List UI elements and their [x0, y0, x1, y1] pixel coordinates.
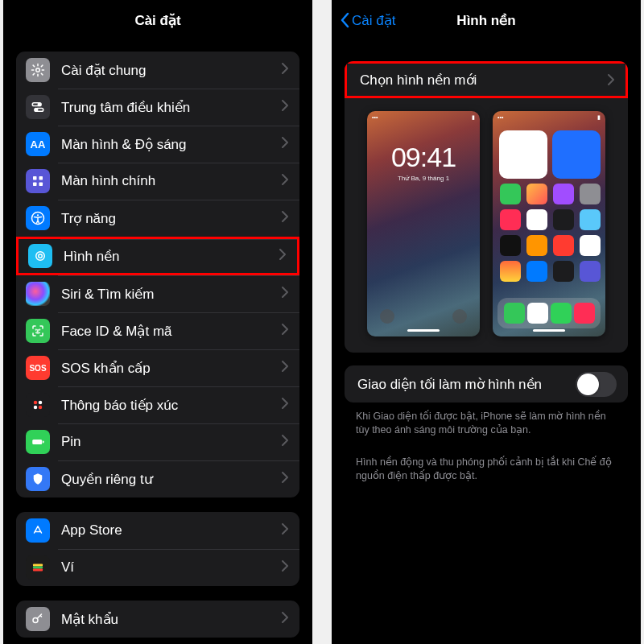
dark-dim-toggle[interactable]: [576, 372, 617, 397]
appstore-icon: [26, 518, 50, 543]
dark-dim-row[interactable]: Giao diện tối làm mờ hình nền: [345, 365, 628, 402]
settings-row-grid[interactable]: Màn hình chính: [16, 163, 299, 200]
svg-point-14: [34, 401, 38, 405]
dynamic-note: Hình nền động và thu phóng phối cảnh bị …: [345, 448, 628, 483]
wallet-icon: [26, 555, 50, 580]
nav-title: Hình nền: [456, 12, 515, 29]
chevron-right-icon: [279, 249, 286, 263]
row-label: Màn hình chính: [61, 173, 282, 189]
chevron-right-icon: [282, 398, 288, 412]
row-label: Mật khẩu: [61, 611, 282, 628]
svg-rect-7: [33, 183, 37, 187]
settings-row-exposure[interactable]: Thông báo tiếp xúc: [16, 386, 299, 423]
settings-row-faceid[interactable]: Face ID & Mật mã: [16, 312, 299, 349]
app-icon: [580, 209, 601, 230]
widget: [499, 130, 547, 179]
chevron-right-icon: [282, 287, 288, 301]
settings-row-switches[interactable]: Trung tâm điều khiển: [16, 89, 299, 126]
settings-row-wallpaper[interactable]: Hình nền: [16, 237, 299, 275]
back-label: Cài đặt: [352, 12, 395, 29]
accessibility-icon: [26, 206, 50, 230]
settings-row-gear[interactable]: Cài đặt chung: [16, 52, 299, 89]
grid-icon: [26, 169, 50, 193]
faceid-icon: [26, 319, 50, 343]
lockscreen-preview[interactable]: •••▮ 09:41 Thứ Ba, 9 tháng 1: [367, 111, 480, 336]
app-icon: [553, 209, 574, 230]
chevron-right-icon: [282, 100, 288, 114]
dock: [497, 298, 601, 328]
row-label: Hình nền: [64, 248, 279, 265]
chevron-left-icon: [340, 12, 349, 28]
svg-rect-21: [33, 567, 43, 569]
wallpaper-icon: [28, 244, 52, 268]
svg-point-15: [39, 401, 43, 405]
home-indicator: [407, 329, 440, 332]
lockscreen-time: 09:41: [367, 142, 480, 173]
dark-dim-label: Giao diện tối làm mờ hình nền: [357, 376, 576, 393]
choose-wallpaper-section: Chọn hình nền mới •••▮ 09:41 Thứ Ba, 9 t…: [345, 61, 628, 353]
switches-icon: [26, 95, 50, 119]
wallpaper-previews: •••▮ 09:41 Thứ Ba, 9 tháng 1 •••▮: [345, 98, 628, 353]
app-icon: [500, 184, 521, 204]
svg-point-10: [37, 214, 39, 216]
settings-row-privacy[interactable]: Quyền riêng tư: [16, 460, 299, 497]
dark-dim-note: Khi Giao diện tối được bật, iPhone sẽ là…: [345, 402, 628, 437]
text-size-icon: AA: [26, 132, 50, 156]
chevron-right-icon: [282, 560, 288, 575]
exposure-icon: [26, 393, 50, 417]
app-icon: [500, 235, 521, 256]
chevron-right-icon: [608, 74, 614, 85]
svg-rect-8: [39, 183, 43, 187]
row-label: Màn hình & Độ sáng: [61, 136, 282, 153]
app-icon: [500, 209, 521, 230]
siri-icon: [26, 282, 50, 306]
settings-row-sos[interactable]: SOSSOS khẩn cấp: [16, 349, 299, 386]
app-icon: [526, 209, 547, 230]
settings-section: Mật khẩu: [16, 601, 299, 638]
settings-row-text-size[interactable]: AAMàn hình & Độ sáng: [16, 126, 299, 163]
svg-point-12: [35, 329, 36, 330]
back-button[interactable]: Cài đặt: [340, 12, 395, 29]
row-label: Face ID & Mật mã: [61, 323, 282, 340]
settings-section: Cài đặt chungTrung tâm điều khiểnAAMàn h…: [16, 52, 299, 497]
app-icon: [526, 261, 547, 282]
svg-point-2: [38, 103, 41, 106]
row-label: Thông báo tiếp xúc: [61, 397, 282, 414]
app-icon: [580, 235, 601, 256]
settings-row-battery[interactable]: Pin: [16, 423, 299, 460]
row-label: App Store: [61, 522, 282, 539]
app-icon: [553, 261, 574, 282]
choose-new-wallpaper-row[interactable]: Chọn hình nền mới: [345, 61, 628, 98]
key-icon: [26, 607, 50, 631]
status-bar: •••▮: [372, 114, 475, 121]
row-label: Pin: [61, 434, 282, 450]
app-icon: [553, 184, 574, 204]
lockscreen-date: Thứ Ba, 9 tháng 1: [367, 175, 480, 182]
flashlight-icon: [380, 309, 394, 324]
svg-rect-18: [32, 440, 42, 444]
wallpaper-content: Chọn hình nền mới •••▮ 09:41 Thứ Ba, 9 t…: [332, 40, 641, 644]
camera-icon: [452, 309, 467, 324]
settings-row-appstore[interactable]: App Store: [16, 512, 299, 549]
widget: [552, 130, 601, 179]
chevron-right-icon: [282, 612, 288, 626]
settings-row-accessibility[interactable]: Trợ năng: [16, 200, 299, 237]
svg-point-11: [39, 254, 43, 258]
settings-list: Cài đặt chungTrung tâm điều khiểnAAMàn h…: [3, 40, 312, 644]
svg-rect-5: [33, 176, 37, 180]
row-label: SOS khẩn cấp: [61, 360, 282, 377]
row-label: Ví: [61, 559, 282, 576]
battery-icon: [26, 430, 50, 454]
nav-bar: Cài đặt Hình nền: [332, 0, 641, 40]
messages-app-icon: [551, 303, 572, 324]
status-bar: •••▮: [497, 114, 601, 121]
privacy-icon: [26, 467, 50, 491]
app-icon: [580, 261, 601, 282]
svg-point-17: [39, 406, 43, 410]
settings-row-siri[interactable]: Siri & Tìm kiếm: [16, 275, 299, 312]
settings-row-key[interactable]: Mật khẩu: [16, 601, 299, 638]
svg-point-16: [34, 406, 38, 410]
settings-row-wallet[interactable]: Ví: [16, 549, 299, 586]
homescreen-preview[interactable]: •••▮: [493, 111, 605, 336]
sos-icon: SOS: [26, 356, 50, 380]
